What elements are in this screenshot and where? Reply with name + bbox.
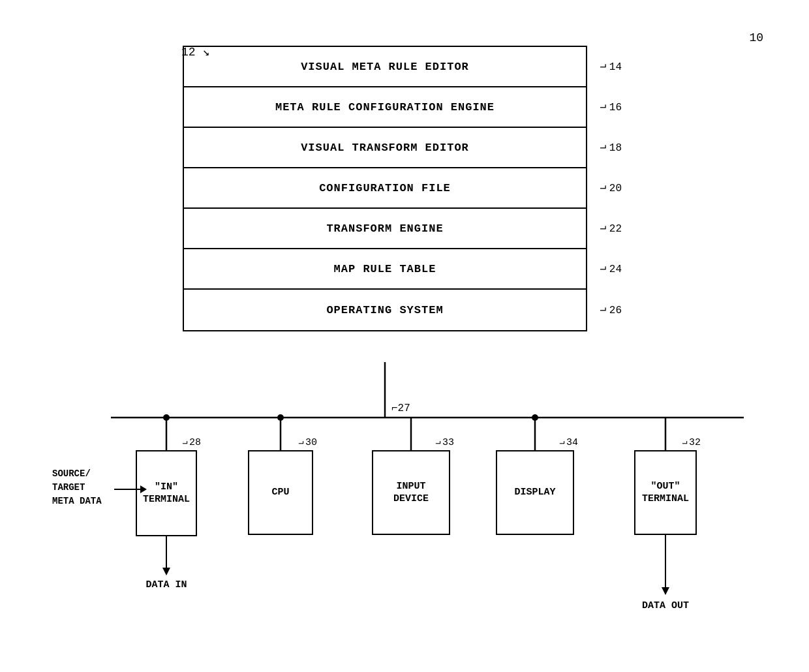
source-target-label: SOURCE/ TARGET META DATA [52, 467, 102, 508]
in-terminal-box: 28 "IN"TERMINAL [136, 450, 197, 536]
svg-point-5 [532, 414, 538, 421]
in-terminal-label: "IN"TERMINAL [143, 481, 190, 506]
layer-ref-16: 16 [600, 100, 622, 114]
layer-label-26: OPERATING SYSTEM [326, 304, 443, 316]
cpu-label: CPU [271, 486, 289, 499]
layer-label-24: MAP RULE TABLE [334, 263, 436, 275]
layer-meta-rule-config-engine: META RULE CONFIGURATION ENGINE 16 [184, 87, 586, 128]
layer-visual-meta-rule-editor: VISUAL META RULE EDITOR 14 [184, 47, 586, 87]
data-in-label: DATA IN [140, 579, 192, 590]
layer-ref-22: 22 [600, 222, 622, 235]
layer-label-20: CONFIGURATION FILE [319, 182, 451, 194]
data-out-label: DATA OUT [634, 600, 697, 611]
cpu-box: 30 CPU [248, 450, 313, 535]
out-terminal-box: 32 "OUT"TERMINAL [634, 450, 697, 535]
ref-33: 33 [435, 437, 454, 448]
layer-ref-14: 14 [600, 60, 622, 73]
ref-30: 30 [298, 437, 317, 448]
main-system-box: VISUAL META RULE EDITOR 14 META RULE CON… [183, 46, 587, 331]
svg-point-3 [163, 414, 170, 421]
svg-point-4 [277, 414, 284, 421]
input-device-label: INPUTDEVICE [393, 480, 429, 506]
layer-label-22: TRANSFORM ENGINE [326, 222, 443, 235]
ref-28: 28 [182, 437, 201, 448]
ref-number-10: 10 [749, 31, 763, 44]
layer-label-16: META RULE CONFIGURATION ENGINE [275, 101, 495, 114]
layer-ref-18: 18 [600, 141, 622, 154]
svg-text:⌐27: ⌐27 [391, 403, 410, 414]
layer-label-14: VISUAL META RULE EDITOR [301, 61, 469, 73]
layer-label-18: VISUAL TRANSFORM EDITOR [301, 142, 469, 154]
layer-configuration-file: CONFIGURATION FILE 20 [184, 168, 586, 209]
out-terminal-label: "OUT"TERMINAL [642, 480, 689, 506]
svg-marker-16 [662, 587, 669, 595]
layer-transform-engine: TRANSFORM ENGINE 22 [184, 209, 586, 249]
display-box: 34 DISPLAY [496, 450, 574, 535]
layer-operating-system: OPERATING SYSTEM 26 [184, 290, 586, 330]
layer-map-rule-table: MAP RULE TABLE 24 [184, 249, 586, 290]
layer-visual-transform-editor: VISUAL TRANSFORM EDITOR 18 [184, 128, 586, 168]
input-device-box: 33 INPUTDEVICE [372, 450, 450, 535]
display-label: DISPLAY [514, 486, 555, 499]
layer-ref-26: 26 [600, 303, 622, 316]
ref-34: 34 [559, 437, 578, 448]
layer-ref-24: 24 [600, 262, 622, 275]
ref-32: 32 [682, 437, 701, 448]
layer-ref-20: 20 [600, 181, 622, 194]
svg-marker-14 [162, 568, 170, 575]
